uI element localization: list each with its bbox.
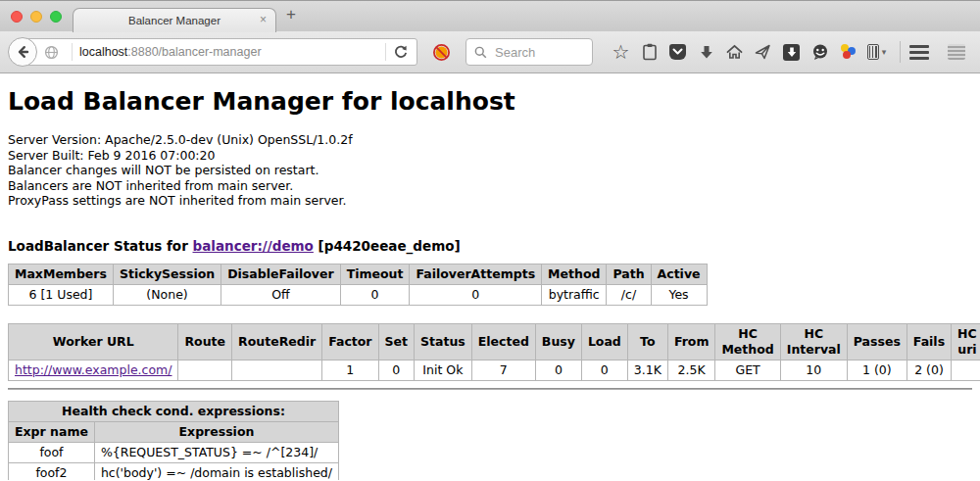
balancer-settings-table: MaxMembers StickySession DisableFailover… (8, 264, 708, 306)
routeredir-value (232, 361, 322, 381)
health-check-table: Health check cond. expressions: Expr nam… (8, 401, 339, 480)
extension-download-icon (783, 44, 800, 61)
close-window-button[interactable] (11, 11, 23, 23)
section-divider (8, 388, 972, 390)
globe-icon (44, 45, 59, 60)
col-load: Load (581, 324, 627, 361)
tab-strip: Balancer Manager × + (0, 0, 980, 31)
col-path: Path (607, 265, 651, 285)
paper-plane-icon (755, 44, 771, 60)
page-content: Load Balancer Manager for localhost Serv… (0, 73, 980, 480)
tab-title: Balancer Manager (128, 15, 220, 26)
menu-button[interactable] (909, 45, 929, 60)
timeout-value: 0 (340, 285, 410, 306)
hc-method-value: GET (715, 361, 780, 381)
window-controls (11, 11, 62, 23)
health-row: foof %{REQUEST_STATUS} =~ /^[234]/ (9, 443, 339, 463)
home-button[interactable] (720, 37, 749, 67)
download-arrow-icon (699, 45, 714, 60)
extension-download-button[interactable] (777, 37, 806, 67)
table-row: 6 [1 Used] (None) Off 0 0 bytraffic /c/ … (9, 285, 708, 306)
health-row: foof2 hc('body') =~ /domain is establish… (9, 463, 339, 481)
to-value: 3.1K (627, 361, 667, 381)
active-value: Yes (651, 285, 707, 306)
col-to: To (627, 324, 667, 361)
col-failoverattempts: FailoverAttempts (410, 265, 542, 285)
toolbar-icons: ☆ (607, 37, 965, 67)
col-worker-url: Worker URL (9, 324, 178, 361)
expression-value: %{REQUEST_STATUS} =~ /^[234]/ (94, 443, 338, 463)
passes-value: 1 (0) (847, 361, 906, 381)
dropdown-caret-icon[interactable]: ▾ (882, 47, 887, 57)
hc-uri-value (952, 361, 980, 381)
method-value: bytraffic (542, 285, 607, 306)
stickysession-value: (None) (113, 285, 220, 306)
archive-extension-button[interactable]: ▾ (862, 37, 891, 67)
col-hc-method: HC Method (715, 324, 780, 361)
tab-balancer-manager[interactable]: Balancer Manager × (73, 8, 276, 32)
from-value: 2.5K (667, 361, 715, 381)
col-timeout: Timeout (340, 265, 410, 285)
pocket-icon (669, 44, 686, 60)
page-title: Load Balancer Manager for localhost (8, 87, 972, 116)
search-bar[interactable] (466, 38, 593, 66)
col-busy: Busy (535, 324, 581, 361)
elected-value: 7 (471, 361, 535, 381)
col-stickysession: StickySession (113, 265, 220, 285)
minimize-window-button[interactable] (30, 11, 42, 23)
status-value: Init Ok (415, 361, 472, 381)
browser-window: Balancer Manager × + localhost:8880/bala… (0, 0, 980, 481)
col-hc-interval: HC Interval (780, 324, 847, 361)
balancer-demo-link[interactable]: balancer://demo (193, 238, 314, 254)
reading-list-button[interactable] (635, 37, 663, 67)
col-maxmembers: MaxMembers (9, 265, 114, 285)
worker-url-link[interactable]: http://www.example.com/ (15, 362, 172, 377)
bookmark-star-icon: ☆ (612, 42, 630, 62)
col-disablefailover: DisableFailover (221, 265, 340, 285)
table-header-row: Expr name Expression (9, 422, 339, 443)
toolbar-divider (900, 41, 901, 63)
back-button[interactable] (8, 37, 37, 67)
tiles-grid-icon[interactable] (948, 44, 965, 60)
colored-dots-extension-button[interactable] (834, 37, 862, 67)
bookmark-star-button[interactable]: ☆ (607, 37, 635, 67)
disablefailover-value: Off (221, 285, 340, 306)
hc-interval-value: 10 (780, 361, 847, 381)
health-table-title: Health check cond. expressions: (9, 402, 339, 422)
urlbar-divider-right (385, 43, 386, 61)
expr-name-value: foof (9, 443, 95, 463)
busy-value: 0 (535, 361, 581, 381)
chat-extension-button[interactable] (806, 37, 834, 67)
proxypass-notice-line: ProxyPass settings are NOT inherited fro… (8, 193, 972, 209)
url-host: localhost (79, 45, 127, 59)
flashblock-button[interactable] (432, 43, 451, 62)
server-built-line: Server Built: Feb 9 2016 07:00:20 (8, 148, 972, 164)
reload-button[interactable] (393, 44, 409, 60)
health-table-title-row: Health check cond. expressions: (9, 402, 339, 422)
col-set: Set (378, 324, 414, 361)
col-route: Route (178, 324, 232, 361)
zoom-window-button[interactable] (50, 11, 62, 23)
url-text: localhost:8880/balancer-manager (79, 45, 262, 59)
col-status: Status (415, 324, 472, 361)
server-version-line: Server Version: Apache/2.5.0-dev (Unix) … (8, 132, 972, 148)
search-input[interactable] (493, 44, 581, 61)
navigation-toolbar: localhost:8880/balancer-manager (0, 31, 980, 73)
downloads-button[interactable] (692, 37, 720, 67)
factor-value: 1 (322, 361, 378, 381)
col-fails: Fails (906, 324, 951, 361)
new-tab-button[interactable]: + (286, 5, 296, 24)
failoverattempts-value: 0 (410, 285, 542, 306)
path-value: /c/ (607, 285, 651, 306)
pocket-button[interactable] (663, 37, 692, 67)
col-passes: Passes (847, 324, 906, 361)
clipboard-icon (642, 43, 658, 61)
route-value (178, 361, 232, 381)
expression-value: hc('body') =~ /domain is established/ (94, 463, 338, 481)
url-bar[interactable]: localhost:8880/balancer-manager (22, 38, 417, 66)
col-elected: Elected (471, 324, 535, 361)
send-tab-button[interactable] (749, 37, 777, 67)
tab-close-icon[interactable]: × (260, 13, 267, 26)
col-expression: Expression (94, 422, 338, 443)
col-active: Active (651, 265, 707, 285)
